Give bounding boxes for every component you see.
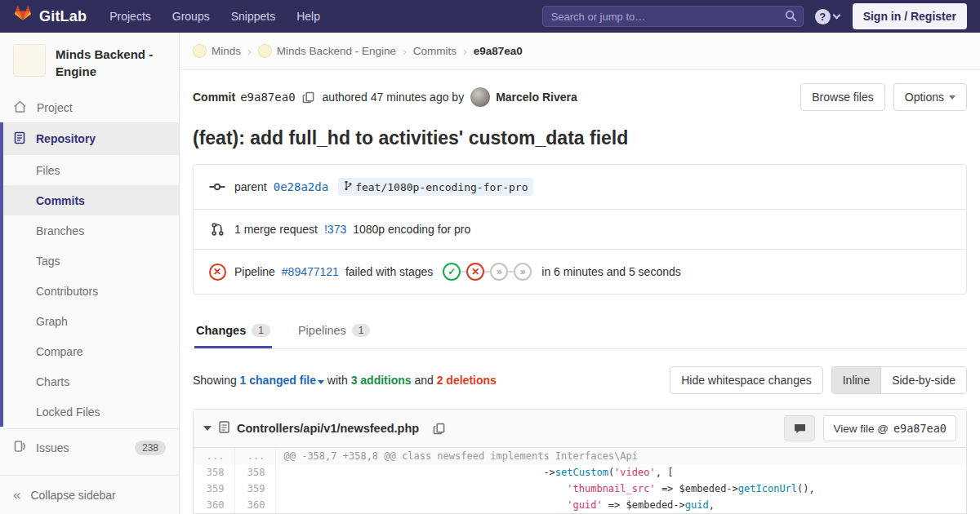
diff-file-header: Controllers/api/v1/newsfeed.php View fi xyxy=(194,410,966,448)
copy-sha-icon[interactable] xyxy=(302,91,314,104)
author-avatar[interactable] xyxy=(470,87,490,107)
sidebar-item-label: Repository xyxy=(36,132,96,145)
options-button[interactable]: Options xyxy=(893,83,967,111)
new-line-number[interactable]: ... xyxy=(234,448,275,464)
diff-file-box: Controllers/api/v1/newsfeed.php View fi xyxy=(193,409,967,514)
sidebar-item-label: Project xyxy=(37,101,73,114)
sidebar-item-locked-files[interactable]: Locked Files xyxy=(3,397,179,427)
old-line-number[interactable]: 359 xyxy=(194,481,234,497)
gitlab-logo[interactable]: GitLab xyxy=(13,6,87,28)
diff-table: ......@@ -358,7 +358,8 @@ class newsfeed… xyxy=(194,448,966,513)
nav-link-help[interactable]: Help xyxy=(296,10,320,23)
stage-connector xyxy=(461,271,466,273)
collapse-sidebar-button[interactable]: « Collapse sidebar xyxy=(0,475,179,514)
pipeline-row: ✕ Pipeline #89477121 failed with stages … xyxy=(194,249,966,294)
breadcrumb-separator: › xyxy=(463,45,467,58)
sidebar-item-charts[interactable]: Charts xyxy=(3,366,179,397)
tab-pipelines[interactable]: Pipelines 1 xyxy=(296,316,372,348)
breadcrumb-commits[interactable]: Commits xyxy=(413,45,457,57)
sidebar-repository-section: Repository FilesCommitsBranchesTagsContr… xyxy=(0,122,179,427)
pipelines-count-badge: 1 xyxy=(352,324,371,337)
hide-whitespace-button[interactable]: Hide whitespace changes xyxy=(670,366,823,394)
pipeline-id-link[interactable]: #89477121 xyxy=(282,265,339,278)
author-name[interactable]: Marcelo Rivera xyxy=(496,91,577,104)
breadcrumb-group[interactable]: Minds xyxy=(193,44,241,58)
group-avatar xyxy=(193,44,207,58)
search-box xyxy=(542,6,804,27)
nav-link-snippets[interactable]: Snippets xyxy=(231,10,275,23)
old-line-number[interactable]: 358 xyxy=(194,464,234,481)
browse-files-button[interactable]: Browse files xyxy=(800,83,884,111)
main-content: Minds › Minds Backend - Engine › Commits… xyxy=(180,33,980,514)
sidebar-item-files[interactable]: Files xyxy=(3,155,179,185)
sidebar-item-graph[interactable]: Graph xyxy=(3,306,179,336)
stage-success-icon[interactable]: ✓ xyxy=(443,263,461,281)
caret-down-icon xyxy=(318,380,324,384)
sign-in-button[interactable]: Sign in / Register xyxy=(853,3,967,29)
mr-link[interactable]: !373 xyxy=(324,223,346,236)
changed-files-dropdown[interactable]: 1 changed file xyxy=(240,374,316,387)
pipeline-duration: in 6 minutes and 5 seconds xyxy=(541,265,680,278)
copy-path-icon[interactable] xyxy=(433,423,445,435)
diff-code-row: 359359 'thumbnail_src' => $embeded->getI… xyxy=(194,481,966,497)
code-line: 'guid' => $embeded->guid, xyxy=(275,497,966,513)
file-path[interactable]: Controllers/api/v1/newsfeed.php xyxy=(237,422,419,435)
branch-badge[interactable]: feat/1080p-encoding-for-pro xyxy=(338,178,533,196)
branch-icon xyxy=(344,180,352,193)
parent-sha-link[interactable]: 0e28a2da xyxy=(274,180,328,193)
nav-link-groups[interactable]: Groups xyxy=(172,10,210,23)
help-menu[interactable]: ? xyxy=(815,9,840,24)
nav-link-projects[interactable]: Projects xyxy=(109,10,151,23)
breadcrumb-separator: › xyxy=(403,45,407,58)
side-by-side-view-button[interactable]: Side-by-side xyxy=(880,367,966,393)
help-icon: ? xyxy=(815,9,831,24)
additions-count: 3 additions xyxy=(351,374,412,387)
breadcrumb-project[interactable]: Minds Backend - Engine xyxy=(258,44,396,58)
diff-view-toggle: Inline Side-by-side xyxy=(831,366,967,394)
breadcrumb-separator: › xyxy=(247,45,252,58)
diff-hunk-row: ......@@ -358,7 +358,8 @@ class newsfeed… xyxy=(194,448,966,464)
diff-stats-row: Showing 1 changed file with 3 additions … xyxy=(193,366,967,394)
stage-skipped-icon[interactable]: » xyxy=(490,263,508,281)
old-line-number[interactable]: ... xyxy=(194,448,234,464)
search-input[interactable] xyxy=(542,6,804,27)
sidebar-item-contributors[interactable]: Contributors xyxy=(3,276,179,306)
new-line-number[interactable]: 360 xyxy=(234,497,275,513)
old-line-number[interactable]: 360 xyxy=(194,497,234,513)
stage-skipped-icon[interactable]: » xyxy=(514,263,532,281)
sidebar-item-branches[interactable]: Branches xyxy=(3,215,179,246)
tab-changes[interactable]: Changes 1 xyxy=(194,316,272,348)
commit-header-row: Commit e9a87ea0 authored 47 minutes ago … xyxy=(193,83,967,111)
pipeline-mini-graph: ✓✕»» xyxy=(443,263,532,281)
collapse-diff-icon[interactable] xyxy=(203,426,212,431)
code-line: ->setCustom('video', [ xyxy=(275,464,966,481)
sidebar-item-tags[interactable]: Tags xyxy=(3,246,179,276)
mr-title: 1080p encoding for pro xyxy=(353,223,470,236)
search-icon[interactable] xyxy=(785,10,797,25)
diff-code-row: 358358 ->setCustom('video', [ xyxy=(194,464,966,481)
toggle-comments-button[interactable] xyxy=(784,415,815,441)
sidebar-item-project[interactable]: Project xyxy=(0,93,179,122)
top-navbar: GitLab ProjectsGroupsSnippetsHelp ? Sign… xyxy=(0,0,980,33)
sidebar-item-repository[interactable]: Repository xyxy=(3,122,179,155)
issues-icon xyxy=(13,440,26,455)
stage-failed-icon[interactable]: ✕ xyxy=(466,263,484,281)
project-name: Minds Backend - Engine xyxy=(56,44,166,80)
collapse-icon: « xyxy=(13,487,20,503)
sidebar-item-compare[interactable]: Compare xyxy=(3,336,179,366)
view-file-button[interactable]: View file @ e9a87ea0 xyxy=(823,415,956,441)
inline-view-button[interactable]: Inline xyxy=(832,367,880,393)
new-line-number[interactable]: 359 xyxy=(234,481,275,497)
commit-sha: e9a87ea0 xyxy=(240,91,295,104)
sidebar-item-commits[interactable]: Commits xyxy=(3,185,179,215)
project-avatar xyxy=(258,44,272,58)
breadcrumb-commit-sha: e9a87ea0 xyxy=(474,45,523,57)
parent-row: parent 0e28a2da feat/1080p-encoding-for-… xyxy=(194,165,966,209)
repository-subnav: FilesCommitsBranchesTagsContributorsGrap… xyxy=(3,155,179,427)
caret-down-icon xyxy=(949,95,956,100)
sidebar-project-header[interactable]: Minds Backend - Engine xyxy=(0,33,179,93)
tanuki-icon xyxy=(13,6,33,28)
sidebar-item-issues[interactable]: Issues 238 xyxy=(0,428,179,466)
new-line-number[interactable]: 358 xyxy=(234,464,275,481)
breadcrumb: Minds › Minds Backend - Engine › Commits… xyxy=(180,33,980,70)
